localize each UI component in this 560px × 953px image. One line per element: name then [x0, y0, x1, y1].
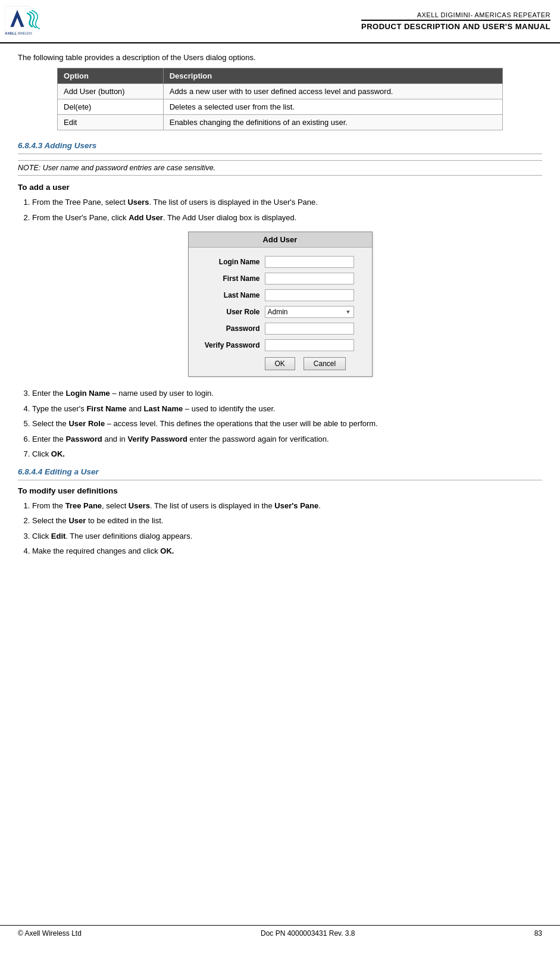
label-last-name: Last Name: [199, 291, 265, 299]
bold-last-name: Last Name: [144, 404, 183, 413]
company-logo: AXELL WIRELESS: [5, 5, 46, 38]
main-content: The following table provides a descripti…: [0, 43, 560, 574]
label-login-name: Login Name: [199, 258, 265, 266]
dialog-row-first: First Name: [199, 273, 361, 285]
input-first-name[interactable]: [265, 273, 354, 285]
bold-ok-1: OK.: [51, 449, 65, 458]
edit-user-steps: From the Tree Pane, select Users. The li…: [32, 500, 542, 557]
footer-docref: Doc PN 4000003431 Rev. 3.8: [261, 929, 355, 938]
add-step-6: Enter the Password and in Verify Passwor…: [32, 433, 542, 445]
table-row: Edit: [58, 115, 164, 130]
add-step-2: From the User's Pane, click Add User. Th…: [32, 212, 542, 224]
footer-copyright: © Axell Wireless Ltd: [18, 929, 82, 938]
section-divider-1: [18, 154, 542, 154]
input-login-name[interactable]: [265, 256, 354, 268]
page-header: AXELL WIRELESS AXELL DIGIMINI- AMERICAS …: [0, 0, 560, 43]
table-row: Add User (button): [58, 84, 164, 99]
dialog-container: Add User Login Name First Name Last Name: [18, 232, 542, 377]
sub-heading-add-user: To add a user: [18, 183, 542, 192]
section-divider-2: [18, 480, 542, 480]
add-step-5: Select the User Role – access level. Thi…: [32, 418, 542, 430]
label-first-name: First Name: [199, 274, 265, 283]
col-description: Description: [163, 68, 502, 84]
bold-tree-pane: Tree Pane: [65, 501, 102, 510]
input-password[interactable]: [265, 323, 354, 335]
dialog-row-password: Password: [199, 323, 361, 335]
bold-add-user: Add User: [129, 213, 163, 222]
page-footer: © Axell Wireless Ltd Doc PN 4000003431 R…: [0, 925, 560, 941]
header-text: AXELL DIGIMINI- AMERICAS REPEATER PRODUC…: [361, 11, 550, 31]
add-user-dialog: Add User Login Name First Name Last Name: [188, 232, 373, 377]
logo-area: AXELL WIRELESS: [5, 5, 46, 38]
label-password: Password: [199, 324, 265, 333]
header-title-bottom: PRODUCT DESCRIPTION AND USER'S MANUAL: [361, 20, 550, 31]
intro-text: The following table provides a descripti…: [18, 53, 542, 62]
svg-text:WIRELESS: WIRELESS: [18, 32, 32, 35]
dialog-title: Add User: [189, 232, 372, 248]
bold-users-1: Users: [127, 198, 149, 207]
edit-step-3: Click Edit. The user definitions dialog …: [32, 530, 542, 542]
edit-step-4: Make the required changes and click OK.: [32, 545, 542, 557]
add-user-steps-cont: Enter the Login Name – name used by user…: [32, 388, 542, 460]
input-last-name[interactable]: [265, 289, 354, 301]
section-heading-2: 6.8.4.4 Editing a User: [18, 467, 542, 476]
bold-users-2: Users: [129, 501, 150, 510]
add-step-1: From the Tree Pane, select Users. The li…: [32, 196, 542, 208]
table-row: Enables changing the definitions of an e…: [163, 115, 502, 130]
dialog-buttons: OK Cancel: [199, 357, 361, 370]
select-user-role-value: Admin: [268, 308, 346, 316]
header-title-top: AXELL DIGIMINI- AMERICAS REPEATER: [361, 11, 550, 18]
add-user-steps: From the Tree Pane, select Users. The li…: [32, 196, 542, 223]
add-step-7: Click OK.: [32, 448, 542, 460]
add-step-3: Enter the Login Name – name used by user…: [32, 388, 542, 399]
note-box: NOTE: User name and password entries are…: [18, 160, 542, 176]
table-row: Adds a new user with to user defined acc…: [163, 84, 502, 99]
edit-step-2: Select the User to be edited in the list…: [32, 515, 542, 527]
bold-password: Password: [65, 435, 102, 443]
input-verify-password[interactable]: [265, 339, 354, 351]
bold-user: User: [68, 516, 86, 525]
svg-rect-0: [5, 6, 30, 32]
edit-step-1: From the Tree Pane, select Users. The li…: [32, 500, 542, 512]
dropdown-arrow-icon: ▼: [346, 309, 351, 315]
dialog-row-last: Last Name: [199, 289, 361, 301]
col-option: Option: [58, 68, 164, 84]
table-row: Del(ete): [58, 99, 164, 115]
bold-verify-password: Verify Password: [127, 435, 187, 443]
footer-page-number: 83: [534, 929, 542, 938]
bold-edit: Edit: [51, 532, 66, 540]
dialog-body: Login Name First Name Last Name User Rol…: [189, 248, 372, 376]
dialog-row-verify: Verify Password: [199, 339, 361, 351]
dialog-row-role: User Role Admin ▼: [199, 306, 361, 318]
bold-login-name: Login Name: [65, 389, 110, 398]
bold-user-role: User Role: [68, 419, 105, 428]
bold-ok-2: OK.: [160, 546, 174, 555]
add-step-4: Type the user's First Name and Last Name…: [32, 403, 542, 415]
options-table: Option Description Add User (button)Adds…: [57, 68, 503, 130]
dialog-ok-button[interactable]: OK: [265, 357, 295, 370]
svg-text:AXELL: AXELL: [5, 31, 17, 35]
section-heading-1: 6.8.4.3 Adding Users: [18, 141, 542, 150]
label-verify-password: Verify Password: [199, 341, 265, 349]
dialog-cancel-button[interactable]: Cancel: [304, 357, 346, 370]
table-row: Deletes a selected user from the list.: [163, 99, 502, 115]
select-user-role[interactable]: Admin ▼: [265, 306, 354, 318]
bold-first-name: First Name: [86, 404, 126, 413]
bold-users-pane: User's Pane: [274, 501, 318, 510]
sub-heading-edit-user: To modify user definitions: [18, 486, 542, 495]
label-user-role: User Role: [199, 308, 265, 316]
dialog-row-login: Login Name: [199, 256, 361, 268]
